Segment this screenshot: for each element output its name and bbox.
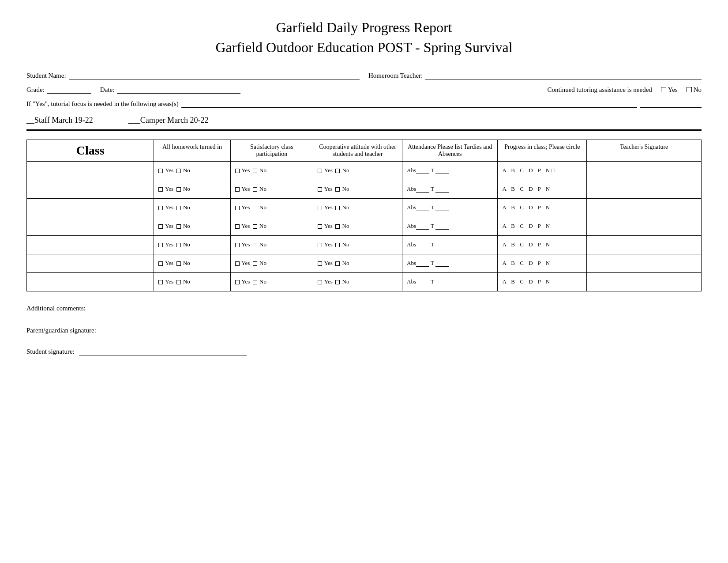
signature-cell[interactable] [587,235,702,254]
homework-cell[interactable]: Yes No [154,254,230,272]
grades-display: A B C D P N [502,241,552,248]
progress-cell[interactable]: A B C D P N□ [498,161,587,180]
attendance-abs-t: Abs T [407,185,449,192]
cooperative-yes-no: Yes No [318,223,349,229]
homework-yes-no: Yes No [158,241,190,248]
signature-cell[interactable] [587,180,702,198]
date-input[interactable] [117,85,240,94]
parent-guardian-row: Parent/guardian signature: [26,325,702,334]
table-row: Yes No Yes No Yes NoAbs T A B C D P N [27,198,702,217]
participation-cell[interactable]: Yes No [230,217,313,235]
grade-date-row: Grade: Date: Continued tutoring assistan… [26,85,702,94]
signature-cell[interactable] [587,272,702,291]
attendance-cell[interactable]: Abs T [402,235,498,254]
attendance-abs-t: Abs T [407,278,449,285]
header-progress: Progress in class; Please circle [498,140,587,161]
class-cell[interactable] [27,254,154,272]
class-cell[interactable] [27,272,154,291]
homework-cell[interactable]: Yes No [154,161,230,180]
participation-cell[interactable]: Yes No [230,198,313,217]
header-class: Class [27,140,154,161]
cooperative-cell[interactable]: Yes No [313,254,402,272]
class-cell[interactable] [27,235,154,254]
signature-cell[interactable] [587,161,702,180]
parent-guardian-signature-line[interactable] [101,325,268,334]
class-cell[interactable] [27,180,154,198]
grades-display: A B C D P N [502,204,552,211]
homework-cell[interactable]: Yes No [154,198,230,217]
cooperative-cell[interactable]: Yes No [313,235,402,254]
progress-cell[interactable]: A B C D P N [498,217,587,235]
grades-display: A B C D P N [502,260,552,266]
cooperative-cell[interactable]: Yes No [313,272,402,291]
homework-yes-no: Yes No [158,204,190,211]
class-cell[interactable] [27,198,154,217]
class-cell[interactable] [27,217,154,235]
participation-cell[interactable]: Yes No [230,272,313,291]
participation-cell[interactable]: Yes No [230,254,313,272]
table-row: Yes No Yes No Yes NoAbs T A B C D P N [27,235,702,254]
signature-cell[interactable] [587,198,702,217]
cooperative-cell[interactable]: Yes No [313,180,402,198]
signature-cell[interactable] [587,254,702,272]
table-row: Yes No Yes No Yes NoAbs T A B C D P N□ [27,161,702,180]
title-line2: Garfield Outdoor Education POST - Spring… [215,39,512,55]
student-name-input[interactable] [69,71,360,79]
participation-cell[interactable]: Yes No [230,180,313,198]
homeroom-teacher-input[interactable] [425,71,702,79]
grades-display: A B C D P N [502,278,552,285]
cooperative-cell[interactable]: Yes No [313,161,402,180]
progress-cell[interactable]: A B C D P N [498,235,587,254]
no-checkbox-group[interactable]: No [687,86,702,94]
progress-cell[interactable]: A B C D P N [498,180,587,198]
title-section: Garfield Daily Progress Report Garfield … [26,18,702,57]
attendance-cell[interactable]: Abs T [402,198,498,217]
student-name-label: Student Name: [26,72,66,79]
grades-display: A B C D P N [502,223,552,229]
attendance-cell[interactable]: Abs T [402,254,498,272]
cooperative-yes-no: Yes No [318,278,349,285]
header-homework: All homework turned in [154,140,230,161]
participation-cell[interactable]: Yes No [230,235,313,254]
grade-input[interactable] [47,85,91,94]
tutorial-focus-input[interactable] [181,99,637,108]
homework-cell[interactable]: Yes No [154,180,230,198]
divider [26,129,702,131]
progress-cell[interactable]: A B C D P N [498,198,587,217]
header-signature: Teacher's Signature [587,140,702,161]
cooperative-yes-no: Yes No [318,204,349,211]
signature-section: Parent/guardian signature: Student signa… [26,325,702,355]
participation-cell[interactable]: Yes No [230,161,313,180]
student-homeroom-row: Student Name: Homeroom Teacher: [26,71,702,79]
student-signature-label: Student signature: [26,348,75,355]
cooperative-cell[interactable]: Yes No [313,198,402,217]
tutorial-focus-row: If "Yes", tutorial focus is needed in th… [26,99,702,108]
attendance-cell[interactable]: Abs T [402,180,498,198]
progress-cell[interactable]: A B C D P N [498,254,587,272]
homework-cell[interactable]: Yes No [154,272,230,291]
class-cell[interactable] [27,161,154,180]
header-participation: Satisfactory class participation [230,140,313,161]
attendance-cell[interactable]: Abs T [402,272,498,291]
staff-label: __Staff March 19-22 [26,116,93,125]
yes-checkbox-group[interactable]: Yes [661,86,678,94]
homework-cell[interactable]: Yes No [154,235,230,254]
header-cooperative: Cooperative attitude with other students… [313,140,402,161]
parent-guardian-label: Parent/guardian signature: [26,327,96,334]
progress-cell[interactable]: A B C D P N [498,272,587,291]
homework-cell[interactable]: Yes No [154,217,230,235]
attendance-abs-t: Abs T [407,204,449,211]
yes-checkbox-box [661,87,666,92]
signature-cell[interactable] [587,217,702,235]
grades-display: A B C D P N□ [502,167,557,174]
attendance-cell[interactable]: Abs T [402,161,498,180]
tutorial-focus-extra-input[interactable] [640,99,702,108]
attendance-cell[interactable]: Abs T [402,217,498,235]
student-signature-line[interactable] [79,347,247,355]
participation-yes-no: Yes No [235,223,266,229]
attendance-abs-t: Abs T [407,167,449,174]
grades-display: A B C D P N [502,185,552,192]
cooperative-cell[interactable]: Yes No [313,217,402,235]
participation-yes-no: Yes No [235,260,266,266]
progress-table: Class All homework turned in Satisfactor… [26,140,702,291]
